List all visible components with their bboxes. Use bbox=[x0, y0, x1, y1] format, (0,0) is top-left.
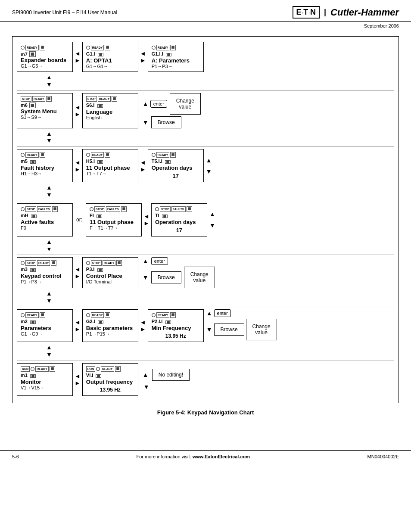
indicator-ready: READY bbox=[91, 312, 104, 318]
small-box: ⬛ bbox=[30, 268, 36, 272]
row3-col3: READY ⬛ T5.I.I ⬛ Operation days 17 bbox=[148, 149, 204, 182]
indicator-small: ⬛ bbox=[112, 96, 117, 102]
row7-col1-indicators: RUN READY ⬛ bbox=[21, 366, 69, 372]
vert-arrows-56: ▲ ▼ bbox=[46, 290, 52, 305]
up-arrow: ▲ bbox=[46, 344, 52, 351]
between-row3-row4: ▲ ▼ bbox=[17, 184, 394, 199]
down-arrow: ▼ bbox=[46, 351, 52, 358]
right-arrow: ► bbox=[140, 326, 146, 333]
indicator-run: RUN bbox=[21, 366, 30, 372]
indicator-ready: READY bbox=[101, 366, 114, 372]
right-arrow: ► bbox=[75, 380, 81, 386]
small-box2: ⬛ bbox=[98, 53, 103, 56]
row1: READY ⬛ m7 ⬛ Expander boards G1→G5→ ◄ ► bbox=[17, 42, 394, 72]
up-arrow: ▲ bbox=[209, 211, 215, 218]
small-box: ⬛ bbox=[29, 103, 36, 108]
up-arrow: ▲ bbox=[46, 184, 52, 191]
row6-enter-row: ▲ enter bbox=[206, 309, 277, 317]
row2-col2-range: English bbox=[86, 115, 134, 120]
indicator-small: ⬛ bbox=[170, 45, 176, 50]
indicator-circle bbox=[86, 153, 90, 157]
row3-col3-indicators: READY ⬛ bbox=[152, 152, 200, 158]
row7-down: ▼ bbox=[143, 383, 190, 390]
up-arrow: ▲ bbox=[143, 371, 149, 378]
date-label: September 2006 bbox=[0, 22, 411, 32]
small-box: ⬛ bbox=[31, 215, 37, 218]
enter-button[interactable]: enter bbox=[214, 309, 231, 317]
figure-caption: Figure 5-4: Keypad Navigation Chart bbox=[0, 409, 411, 416]
down-arrow: ▼ bbox=[143, 119, 149, 126]
row5-col1: STOP READY ⬛ m3 ⬛ Keypad control P1→P3→ bbox=[17, 257, 73, 288]
row4-col2-indicators: STOP FAULTS ⬛ bbox=[90, 206, 138, 212]
row1-arrows-23: ◄ ► bbox=[140, 42, 146, 72]
down-arrow: ▼ bbox=[46, 81, 52, 88]
row3-arrows-23: ◄ ► bbox=[140, 149, 146, 182]
right-arrow: ► bbox=[75, 166, 81, 173]
row4-arrows-23: ◄ ► bbox=[143, 203, 149, 236]
right-arrow: ► bbox=[75, 326, 81, 333]
row5-col2: STOP READY ⬛ P3.I ⬛ Control Place I/O Te… bbox=[82, 257, 138, 288]
left-arrow: ◄ bbox=[75, 104, 81, 111]
indicator-small: ⬛ bbox=[105, 312, 110, 318]
small-box2: ⬛ bbox=[96, 374, 101, 378]
down-arrow: ▼ bbox=[46, 191, 52, 199]
left-arrow: ◄ bbox=[75, 373, 81, 380]
row5-col1-indicators: STOP READY ⬛ bbox=[21, 260, 69, 266]
indicator-small: ⬛ bbox=[115, 366, 121, 372]
row2-content: STOP READY ⬛ m6 ⬛ System Menu S1→S9→ ◄ ►… bbox=[17, 93, 394, 128]
down-arrow: ▼ bbox=[46, 137, 52, 144]
row1-col3: READY ⬛ G1.I.I ⬛ A: Parameters P1→P3→ bbox=[148, 42, 204, 72]
row7-arrows-12: ◄ ► bbox=[75, 363, 81, 396]
row5-col2-title: Control Place bbox=[86, 273, 134, 279]
or-label: or: bbox=[73, 203, 86, 236]
left-arrow: ◄ bbox=[75, 319, 81, 326]
row4-col1-indicators: STOP FAULTS ⬛ bbox=[21, 206, 69, 212]
small-box3: ⬛ bbox=[162, 215, 168, 218]
row1-content: READY ⬛ m7 ⬛ Expander boards G1→G5→ ◄ ► bbox=[17, 42, 394, 72]
menu-id-g1i: G1.I ⬛ bbox=[86, 51, 134, 57]
menu-id-m5: m5 ⬛ bbox=[21, 159, 69, 165]
indicator-circle bbox=[31, 367, 34, 371]
row4: STOP FAULTS ⬛ mH ⬛ Active faults F0 or: … bbox=[17, 203, 394, 236]
left-arrow: ◄ bbox=[143, 213, 149, 220]
menu-id-m2: m2 ⬛ bbox=[21, 319, 69, 325]
down-arrow: ▼ bbox=[143, 274, 149, 281]
row3-col1-indicators: READY ⬛ bbox=[21, 152, 69, 158]
enter-button[interactable]: enter bbox=[151, 257, 168, 265]
left-arrow: ◄ bbox=[140, 50, 146, 57]
right-arrow: ► bbox=[75, 57, 81, 64]
row6-col1-range: G1→G9→ bbox=[21, 331, 69, 336]
row4-content: STOP FAULTS ⬛ mH ⬛ Active faults F0 or: … bbox=[17, 203, 394, 236]
indicator-circle bbox=[21, 313, 25, 317]
row7-content: RUN READY ⬛ m1 ⬛ Monitor V1→V15→ ◄ ► RUN… bbox=[17, 363, 394, 396]
right-arrow: ► bbox=[75, 111, 81, 118]
indicator-circle bbox=[155, 207, 159, 211]
row6: READY ⬛ m2 ⬛ Parameters G1→G9→ ◄ ► READY… bbox=[17, 309, 394, 342]
row1-arrows-12: ◄ ► bbox=[75, 42, 81, 72]
change-value-box: Changevalue bbox=[184, 267, 215, 288]
row1-col3-range: P1→P3→ bbox=[152, 64, 200, 69]
indicator-small: ⬛ bbox=[40, 312, 45, 318]
row3-col1-title: Fault history bbox=[21, 165, 69, 171]
row5-content: STOP READY ⬛ m3 ⬛ Keypad control P1→P3→ … bbox=[17, 257, 394, 288]
footer-website: www.EatonElectrical.com bbox=[193, 454, 250, 459]
enter-button[interactable]: enter bbox=[150, 100, 167, 108]
row2-col1: STOP READY ⬛ m6 ⬛ System Menu S1→S9→ bbox=[17, 93, 73, 128]
footer-doc-number: MN04004002E bbox=[367, 454, 399, 459]
indicator-small: ⬛ bbox=[40, 45, 45, 50]
indicator-small: ⬛ bbox=[170, 152, 176, 158]
down-arrow: ▼ bbox=[143, 383, 149, 390]
row1-col2-indicators: READY ⬛ bbox=[86, 45, 134, 50]
indicator-ready: READY bbox=[37, 260, 50, 266]
down-arrow: ▼ bbox=[46, 246, 52, 253]
row2-enter-changevalue: ▲ enter Changevalue bbox=[143, 93, 201, 115]
indicator-small: ⬛ bbox=[170, 312, 176, 318]
small-box2: ⬛ bbox=[98, 320, 103, 324]
divider-4 bbox=[17, 255, 394, 255]
vert-arrows-45: ▲ ▼ bbox=[46, 238, 52, 253]
menu-id-g2i: G2.I ⬛ bbox=[86, 319, 134, 325]
indicator-ready: READY bbox=[103, 260, 116, 266]
indicator-circle bbox=[21, 46, 25, 50]
up-arrow: ▲ bbox=[206, 157, 212, 164]
vert-arrows-23: ▲ ▼ bbox=[46, 130, 52, 145]
